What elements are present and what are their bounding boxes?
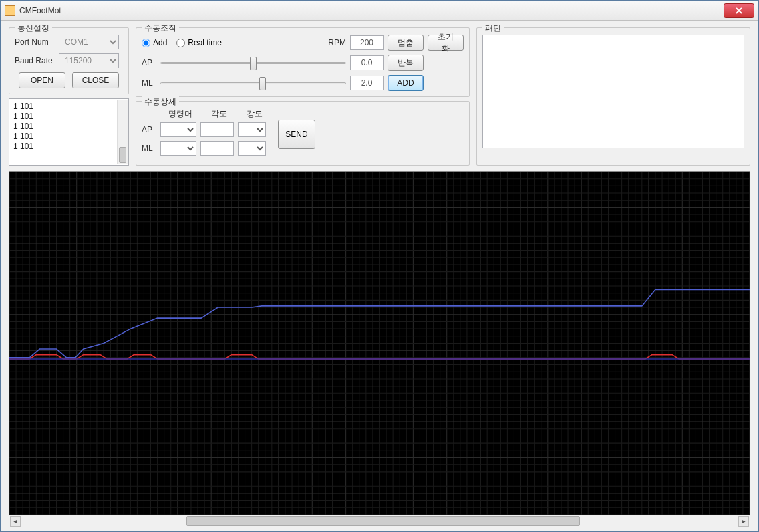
rpm-label: RPM bbox=[328, 38, 346, 47]
baud-select[interactable]: 115200 bbox=[59, 53, 119, 68]
log-listbox[interactable]: 1 1011 1011 1011 1011 101 bbox=[9, 98, 129, 166]
comm-legend: 통신설정 bbox=[15, 23, 52, 34]
mid-column: 수동조작 Add Real time RPM bbox=[136, 27, 470, 166]
hscroll-right[interactable]: ► bbox=[738, 516, 749, 527]
col-intensity: 강도 bbox=[238, 108, 271, 120]
ml-label: ML bbox=[142, 78, 156, 88]
port-select[interactable]: COM1 bbox=[59, 35, 119, 49]
ml-cmd-select[interactable] bbox=[160, 141, 196, 156]
pattern-legend: 패턴 bbox=[482, 23, 504, 34]
close-button[interactable] bbox=[724, 3, 754, 18]
chart-canvas[interactable] bbox=[9, 172, 750, 515]
send-button[interactable]: SEND bbox=[278, 120, 315, 149]
ap-intensity-select[interactable] bbox=[238, 122, 266, 137]
content-area: 통신설정 Port Num COM1 Baud Rate 115200 bbox=[1, 21, 758, 531]
open-button[interactable]: OPEN bbox=[19, 72, 65, 88]
left-column: 통신설정 Port Num COM1 Baud Rate 115200 bbox=[9, 27, 129, 166]
log-scroll-thumb[interactable] bbox=[119, 147, 126, 163]
log-item[interactable]: 1 101 bbox=[13, 102, 124, 112]
mode-add-radio[interactable]: Add bbox=[142, 38, 167, 47]
stop-button[interactable]: 멈춤 bbox=[388, 35, 424, 51]
ml-intensity-select[interactable] bbox=[238, 141, 266, 156]
ap-label: AP bbox=[142, 58, 156, 68]
app-window: CMFootMot 통신설정 Port Num COM1 Baud Rate bbox=[0, 0, 759, 532]
port-label: Port Num bbox=[15, 37, 55, 47]
ml-value-input[interactable] bbox=[350, 76, 384, 90]
hscroll-track[interactable] bbox=[21, 516, 738, 526]
col-cmd: 명령머 bbox=[160, 108, 200, 120]
pattern-listbox[interactable] bbox=[482, 35, 744, 148]
mode-realtime-input[interactable] bbox=[176, 39, 185, 47]
add-button[interactable]: ADD bbox=[388, 75, 424, 91]
detail-ml-label: ML bbox=[142, 144, 156, 153]
detail-legend: 수동상세 bbox=[142, 96, 179, 108]
top-row: 통신설정 Port Num COM1 Baud Rate 115200 bbox=[9, 27, 750, 166]
repeat-button[interactable]: 반복 bbox=[388, 55, 424, 71]
close-button-comm[interactable]: CLOSE bbox=[72, 72, 119, 88]
ap-value-input[interactable] bbox=[350, 55, 384, 70]
ap-slider[interactable] bbox=[160, 55, 346, 70]
pattern-group: 패턴 bbox=[476, 27, 750, 166]
chart-hscroll[interactable]: ◄ ► bbox=[9, 515, 750, 527]
baud-label: Baud Rate bbox=[15, 56, 55, 65]
rpm-input[interactable] bbox=[350, 35, 384, 50]
manual-group: 수동조작 Add Real time RPM bbox=[136, 27, 470, 97]
app-icon bbox=[5, 5, 15, 16]
ap-cmd-select[interactable] bbox=[160, 122, 196, 137]
col-angle: 각도 bbox=[200, 108, 238, 120]
titlebar: CMFootMot bbox=[1, 1, 758, 21]
detail-ap-label: AP bbox=[142, 125, 156, 134]
right-column: 패턴 bbox=[476, 27, 750, 166]
log-item[interactable]: 1 101 bbox=[13, 142, 124, 152]
reset-button[interactable]: 초기화 bbox=[428, 35, 464, 51]
manual-legend: 수동조작 bbox=[142, 23, 179, 34]
log-item[interactable]: 1 101 bbox=[13, 132, 124, 142]
close-icon bbox=[735, 7, 743, 15]
chart-panel: ◄ ► bbox=[9, 171, 750, 527]
ml-angle-input[interactable] bbox=[200, 141, 234, 156]
detail-group: 수동상세 명령머 각도 강도 AP bbox=[136, 101, 470, 166]
log-item[interactable]: 1 101 bbox=[13, 112, 124, 122]
hscroll-thumb[interactable] bbox=[186, 516, 581, 526]
ml-slider[interactable] bbox=[160, 76, 346, 90]
hscroll-left[interactable]: ◄ bbox=[10, 516, 21, 527]
ap-angle-input[interactable] bbox=[200, 122, 234, 137]
log-item[interactable]: 1 101 bbox=[13, 122, 124, 132]
window-title: CMFootMot bbox=[19, 6, 724, 15]
mode-add-input[interactable] bbox=[142, 39, 150, 47]
log-scrollbar[interactable] bbox=[117, 100, 128, 164]
mode-realtime-radio[interactable]: Real time bbox=[176, 38, 222, 47]
comm-group: 통신설정 Port Num COM1 Baud Rate 115200 bbox=[9, 27, 129, 94]
